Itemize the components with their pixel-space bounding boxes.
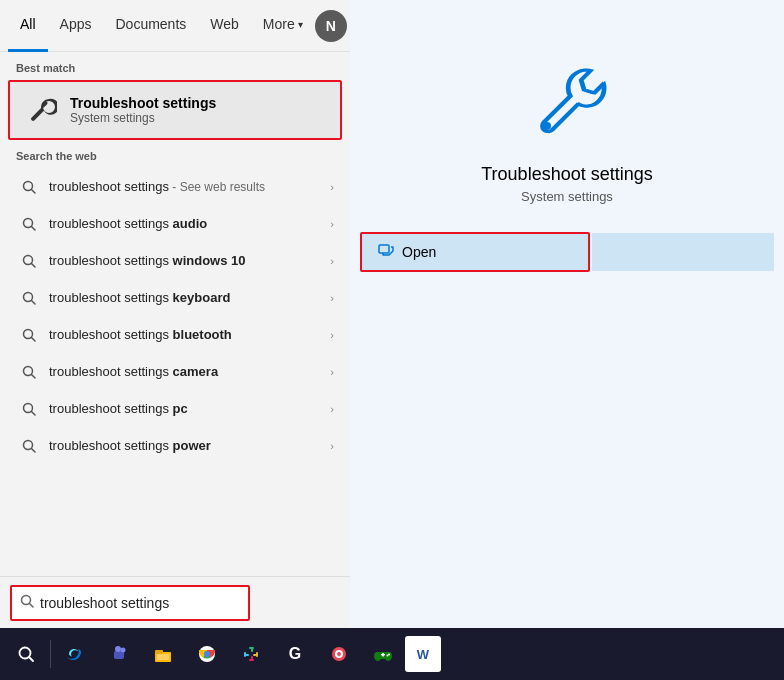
- chevron-right-icon: ›: [330, 329, 334, 341]
- web-results-label: Search the web: [0, 140, 350, 168]
- svg-line-6: [32, 263, 36, 267]
- search-icon: [19, 436, 39, 456]
- right-panel: Troubleshoot settings System settings Op…: [350, 0, 784, 628]
- best-match-text: Troubleshoot settings System settings: [70, 95, 216, 125]
- chevron-right-icon: ›: [330, 440, 334, 452]
- web-results-list: troubleshoot settings - See web results …: [0, 168, 350, 464]
- svg-point-19: [543, 122, 551, 130]
- search-icon: [19, 288, 39, 308]
- svg-rect-28: [155, 650, 163, 654]
- chevron-right-icon: ›: [330, 181, 334, 193]
- search-input-wrapper: [10, 585, 250, 621]
- svg-line-2: [32, 189, 36, 193]
- wrench-icon: [24, 92, 60, 128]
- taskbar-google-icon[interactable]: G: [273, 632, 317, 676]
- tab-web[interactable]: Web: [198, 0, 251, 52]
- chevron-right-icon: ›: [330, 403, 334, 415]
- svg-line-18: [30, 604, 34, 608]
- taskbar-games-icon[interactable]: [361, 632, 405, 676]
- app-icon-wrench: [527, 60, 607, 164]
- taskbar-divider: [50, 640, 51, 668]
- open-icon: [378, 242, 394, 262]
- open-button-label: Open: [402, 244, 436, 260]
- taskbar-chrome-icon[interactable]: [185, 632, 229, 676]
- svg-line-8: [32, 300, 36, 304]
- best-match-item[interactable]: Troubleshoot settings System settings: [8, 80, 342, 140]
- svg-point-43: [337, 652, 341, 656]
- web-result-text: troubleshoot settings pc: [49, 401, 326, 416]
- svg-rect-34: [244, 652, 246, 657]
- search-panel: All Apps Documents Web More ▾ N ··· ✕ B: [0, 0, 784, 628]
- list-item[interactable]: troubleshoot settings windows 10 ›: [0, 242, 350, 279]
- svg-line-16: [32, 448, 36, 452]
- svg-line-10: [32, 337, 36, 341]
- web-result-text: troubleshoot settings camera: [49, 364, 326, 379]
- search-icon: [19, 251, 39, 271]
- svg-line-14: [32, 411, 36, 415]
- search-icon: [19, 214, 39, 234]
- open-button[interactable]: Open: [360, 232, 590, 272]
- search-box-bar: [0, 576, 350, 628]
- svg-point-47: [388, 654, 390, 656]
- svg-rect-29: [157, 654, 169, 660]
- left-panel: All Apps Documents Web More ▾ N ··· ✕ B: [0, 0, 350, 628]
- taskbar-explorer-icon[interactable]: [141, 632, 185, 676]
- best-match-subtitle: System settings: [70, 111, 216, 125]
- svg-rect-45: [382, 653, 384, 657]
- web-result-text: troubleshoot settings - See web results: [49, 179, 326, 194]
- best-match-label: Best match: [0, 52, 350, 80]
- svg-line-22: [29, 657, 33, 661]
- best-match-title: Troubleshoot settings: [70, 95, 216, 111]
- chevron-right-icon: ›: [330, 218, 334, 230]
- tab-documents[interactable]: Documents: [103, 0, 198, 52]
- svg-point-32: [204, 651, 210, 657]
- chevron-right-icon: ›: [330, 255, 334, 267]
- list-item[interactable]: troubleshoot settings audio ›: [0, 205, 350, 242]
- svg-line-12: [32, 374, 36, 378]
- tab-more-label: More: [263, 16, 295, 32]
- list-item[interactable]: troubleshoot settings camera ›: [0, 353, 350, 390]
- svg-point-25: [115, 646, 121, 652]
- tabs-row: All Apps Documents Web More ▾ N ··· ✕: [0, 0, 350, 52]
- taskbar-teams-icon[interactable]: [97, 632, 141, 676]
- web-result-text: troubleshoot settings bluetooth: [49, 327, 326, 342]
- svg-point-24: [121, 648, 126, 653]
- svg-rect-40: [249, 659, 254, 661]
- avatar[interactable]: N: [315, 10, 347, 42]
- tab-more[interactable]: More ▾: [251, 0, 315, 52]
- web-result-text: troubleshoot settings audio: [49, 216, 326, 231]
- list-item[interactable]: troubleshoot settings - See web results …: [0, 168, 350, 205]
- taskbar-word-icon[interactable]: W: [405, 636, 441, 672]
- right-panel-subtitle: System settings: [521, 189, 613, 204]
- svg-line-4: [32, 226, 36, 230]
- search-icon: [19, 362, 39, 382]
- search-bar-icon: [20, 594, 34, 611]
- web-result-text: troubleshoot settings windows 10: [49, 253, 326, 268]
- chevron-right-icon: ›: [330, 292, 334, 304]
- list-item[interactable]: troubleshoot settings power ›: [0, 427, 350, 464]
- tab-all[interactable]: All: [8, 0, 48, 52]
- list-item[interactable]: troubleshoot settings pc ›: [0, 390, 350, 427]
- taskbar: G W: [0, 628, 784, 680]
- svg-rect-38: [256, 652, 258, 657]
- search-icon: [19, 325, 39, 345]
- right-panel-title: Troubleshoot settings: [481, 164, 652, 185]
- list-item[interactable]: troubleshoot settings keyboard ›: [0, 279, 350, 316]
- taskbar-edge-icon[interactable]: [53, 632, 97, 676]
- web-result-text: troubleshoot settings keyboard: [49, 290, 326, 305]
- open-button-row: Open: [360, 232, 774, 272]
- taskbar-slack-icon[interactable]: [229, 632, 273, 676]
- svg-rect-26: [115, 652, 123, 659]
- taskbar-search-icon[interactable]: [4, 632, 48, 676]
- chevron-down-icon: ▾: [298, 19, 303, 30]
- svg-rect-36: [249, 647, 254, 649]
- taskbar-paint-icon[interactable]: [317, 632, 361, 676]
- web-result-text: troubleshoot settings power: [49, 438, 326, 453]
- search-icon: [19, 399, 39, 419]
- search-icon: [19, 177, 39, 197]
- open-button-extra: [592, 233, 774, 271]
- list-item[interactable]: troubleshoot settings bluetooth ›: [0, 316, 350, 353]
- chevron-right-icon: ›: [330, 366, 334, 378]
- tab-apps[interactable]: Apps: [48, 0, 104, 52]
- search-input[interactable]: [40, 595, 240, 611]
